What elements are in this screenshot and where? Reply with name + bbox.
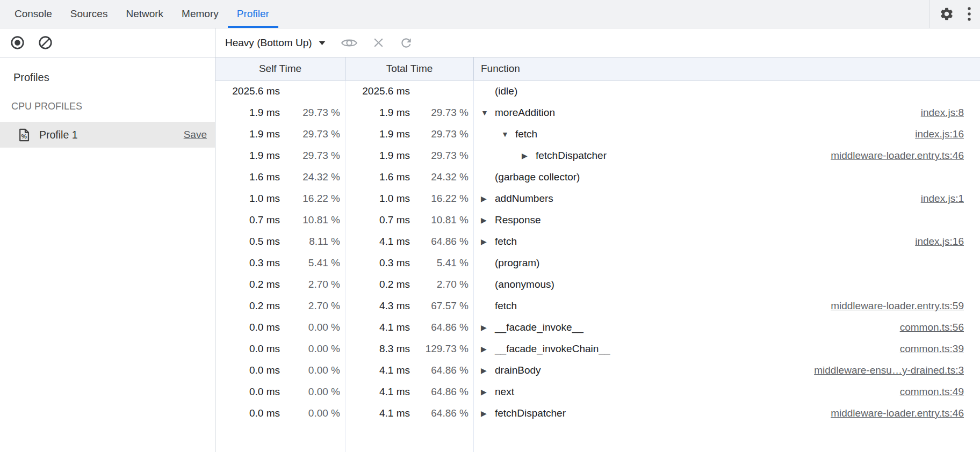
total-time-cell: 1.9 ms29.73 % bbox=[345, 102, 474, 123]
profiles-sidebar: Profiles CPU PROFILES % Profile 1 Save bbox=[0, 57, 215, 452]
self-time-cell: 0.0 ms0.00 % bbox=[215, 403, 345, 424]
self-time-percent: 8.11 % bbox=[280, 236, 345, 247]
self-time-percent: 0.00 % bbox=[280, 322, 345, 333]
table-row[interactable]: 0.3 ms5.41 %0.3 ms5.41 %(program) bbox=[215, 252, 980, 274]
chevron-right-icon[interactable]: ▶ bbox=[481, 367, 495, 374]
source-location-link[interactable]: index.js:16 bbox=[915, 236, 964, 247]
table-row[interactable]: 0.0 ms0.00 %4.1 ms64.86 %▶fetchDispatche… bbox=[215, 403, 980, 424]
table-row[interactable]: 0.0 ms0.00 %4.1 ms64.86 %▶drainBodymiddl… bbox=[215, 360, 980, 381]
table-row[interactable]: 1.9 ms29.73 %1.9 ms29.73 %▼fetchindex.js… bbox=[215, 123, 980, 145]
chevron-right-icon[interactable]: ▶ bbox=[481, 410, 495, 417]
chevron-right-icon[interactable]: ▶ bbox=[481, 238, 495, 245]
self-time-percent: 29.73 % bbox=[280, 150, 345, 162]
chevron-right-icon[interactable]: ▶ bbox=[481, 216, 495, 224]
self-time-cell: 0.2 ms2.70 % bbox=[215, 295, 345, 317]
self-time-percent: 0.00 % bbox=[280, 407, 345, 419]
table-row[interactable]: 0.7 ms10.81 %0.7 ms10.81 %▶Response bbox=[215, 209, 980, 231]
function-cell: ▶addNumbersindex.js:1 bbox=[474, 188, 980, 209]
tab-sources[interactable]: Sources bbox=[61, 0, 117, 28]
tabbar-right-controls bbox=[929, 0, 980, 28]
source-location-link[interactable]: middleware-loader.entry.ts:46 bbox=[831, 150, 964, 162]
chevron-right-icon[interactable]: ▶ bbox=[522, 152, 536, 159]
column-header-total-time[interactable]: Total Time bbox=[345, 57, 474, 80]
function-name: (program) bbox=[495, 257, 539, 269]
self-time-cell: 0.0 ms0.00 % bbox=[215, 360, 345, 381]
function-name: (anonymous) bbox=[495, 279, 554, 290]
table-row[interactable]: 0.0 ms0.00 %4.1 ms64.86 %▶nextcommon.ts:… bbox=[215, 381, 980, 403]
table-row[interactable]: 0.0 ms0.00 %4.1 ms64.86 %▶__facade_invok… bbox=[215, 317, 980, 338]
total-time-cell: 4.3 ms67.57 % bbox=[345, 295, 474, 317]
chevron-down-icon[interactable]: ▼ bbox=[481, 109, 495, 116]
clear-icon[interactable] bbox=[38, 35, 53, 50]
function-cell: (garbage collector) bbox=[474, 166, 980, 188]
source-location-link[interactable]: common.ts:49 bbox=[900, 386, 964, 398]
self-time-ms: 0.0 ms bbox=[215, 407, 280, 419]
chevron-right-icon[interactable]: ▶ bbox=[481, 388, 495, 396]
source-location-link[interactable]: index.js:1 bbox=[921, 193, 964, 205]
refresh-icon[interactable] bbox=[399, 36, 413, 50]
function-name: fetch bbox=[495, 236, 517, 247]
self-time-percent: 5.41 % bbox=[280, 257, 345, 269]
total-time-ms: 0.7 ms bbox=[345, 214, 410, 226]
tab-network[interactable]: Network bbox=[117, 0, 172, 28]
close-icon[interactable] bbox=[372, 37, 385, 49]
self-time-cell: 0.0 ms0.00 % bbox=[215, 317, 345, 338]
save-profile-link[interactable]: Save bbox=[184, 129, 207, 141]
total-time-cell: 0.7 ms10.81 % bbox=[345, 209, 474, 231]
total-time-ms: 1.0 ms bbox=[345, 193, 410, 205]
column-header-function[interactable]: Function bbox=[474, 57, 980, 80]
tab-memory[interactable]: Memory bbox=[172, 0, 228, 28]
table-row[interactable]: 0.0 ms0.00 %8.3 ms129.73 %▶__facade_invo… bbox=[215, 338, 980, 360]
self-time-cell: 2025.6 ms bbox=[215, 81, 345, 102]
table-row[interactable]: 0.5 ms8.11 %4.1 ms64.86 %▶fetchindex.js:… bbox=[215, 231, 980, 252]
source-location-link[interactable]: common.ts:56 bbox=[900, 322, 964, 333]
source-location-link[interactable]: index.js:16 bbox=[915, 128, 964, 140]
svg-text:%: % bbox=[21, 133, 27, 140]
self-time-ms: 0.3 ms bbox=[215, 257, 280, 269]
tab-profiler[interactable]: Profiler bbox=[228, 0, 278, 28]
table-row[interactable]: 0.2 ms2.70 %0.2 ms2.70 %(anonymous) bbox=[215, 274, 980, 295]
chevron-right-icon[interactable]: ▶ bbox=[481, 324, 495, 331]
function-name: addNumbers bbox=[495, 193, 553, 205]
table-row[interactable]: 1.6 ms24.32 %1.6 ms24.32 %(garbage colle… bbox=[215, 166, 980, 188]
function-cell: ▶nextcommon.ts:49 bbox=[474, 381, 980, 403]
total-time-percent: 29.73 % bbox=[410, 107, 473, 119]
table-row[interactable]: 0.2 ms2.70 %4.3 ms67.57 %fetchmiddleware… bbox=[215, 295, 980, 317]
self-time-percent: 0.00 % bbox=[280, 386, 345, 398]
self-time-cell: 1.9 ms29.73 % bbox=[215, 145, 345, 166]
chevron-right-icon[interactable]: ▶ bbox=[481, 195, 495, 202]
table-row[interactable]: 1.9 ms29.73 %1.9 ms29.73 %▶fetchDispatch… bbox=[215, 145, 980, 166]
profile-list-item[interactable]: % Profile 1 Save bbox=[0, 122, 215, 148]
source-location-link[interactable]: middleware-loader.entry.ts:46 bbox=[831, 407, 964, 419]
profile-view-select[interactable]: Heavy (Bottom Up) bbox=[225, 37, 326, 49]
kebab-menu-icon[interactable] bbox=[967, 5, 971, 23]
function-name: next bbox=[495, 386, 514, 398]
table-row[interactable]: 2025.6 ms2025.6 ms(idle) bbox=[215, 81, 980, 102]
chevron-right-icon[interactable]: ▶ bbox=[481, 345, 495, 353]
table-row[interactable]: 1.0 ms16.22 %1.0 ms16.22 %▶addNumbersind… bbox=[215, 188, 980, 209]
total-time-percent: 64.86 % bbox=[410, 322, 473, 333]
record-icon[interactable] bbox=[10, 35, 25, 50]
source-location-link[interactable]: middleware-loader.entry.ts:59 bbox=[831, 300, 964, 312]
source-location-link[interactable]: common.ts:39 bbox=[900, 343, 964, 355]
self-time-percent: 0.00 % bbox=[280, 364, 345, 376]
tab-console[interactable]: Console bbox=[5, 0, 61, 28]
self-time-cell: 0.0 ms0.00 % bbox=[215, 338, 345, 360]
chevron-down-icon[interactable]: ▼ bbox=[501, 130, 515, 138]
function-cell: ▶__facade_invokeChain__common.ts:39 bbox=[474, 338, 980, 360]
total-time-ms: 1.9 ms bbox=[345, 150, 410, 162]
self-time-ms: 0.2 ms bbox=[215, 300, 280, 312]
self-time-cell: 0.3 ms5.41 % bbox=[215, 252, 345, 274]
table-filler-row bbox=[215, 424, 980, 452]
gear-icon[interactable] bbox=[939, 6, 954, 21]
total-time-ms: 2025.6 ms bbox=[345, 85, 410, 97]
table-body: 2025.6 ms2025.6 ms(idle)1.9 ms29.73 %1.9… bbox=[215, 81, 980, 452]
function-name: __facade_invokeChain__ bbox=[495, 343, 610, 355]
eye-icon[interactable] bbox=[341, 37, 358, 49]
table-row[interactable]: 1.9 ms29.73 %1.9 ms29.73 %▼moreAdditioni… bbox=[215, 102, 980, 123]
source-location-link[interactable]: middleware-ensu…y-drained.ts:3 bbox=[814, 364, 964, 376]
self-time-ms: 1.6 ms bbox=[215, 171, 280, 183]
source-location-link[interactable]: index.js:8 bbox=[921, 107, 964, 119]
total-time-cell: 1.9 ms29.73 % bbox=[345, 145, 474, 166]
column-header-self-time[interactable]: Self Time bbox=[215, 57, 345, 80]
